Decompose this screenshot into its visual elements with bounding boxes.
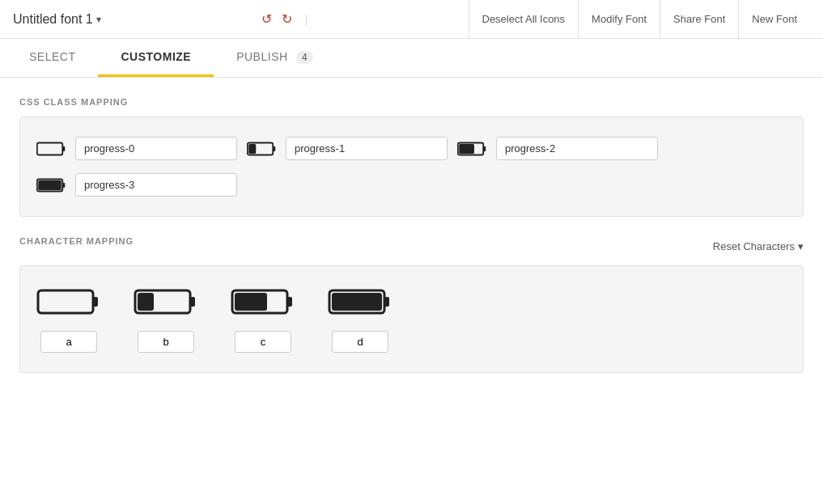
svg-rect-1 — [62, 146, 65, 151]
new-font-button[interactable]: New Font — [738, 0, 810, 39]
char-input-0[interactable] — [40, 331, 97, 353]
svg-rect-10 — [38, 180, 62, 190]
svg-rect-6 — [483, 146, 486, 151]
svg-rect-21 — [332, 293, 382, 311]
character-mapping-header: CHARACTER MAPPING Reset Characters ▾ — [19, 236, 804, 256]
char-input-3[interactable] — [332, 331, 388, 353]
char-input-1[interactable] — [138, 331, 194, 353]
font-dropdown-icon[interactable]: ▾ — [96, 14, 101, 25]
css-class-input-0[interactable] — [75, 137, 237, 160]
char-battery-0-icon — [36, 286, 101, 318]
char-item-3 — [328, 286, 392, 353]
char-item-2 — [231, 286, 295, 353]
tab-select[interactable]: SELECT — [6, 39, 98, 77]
char-battery-3-icon — [328, 286, 392, 318]
css-class-mapping-label: CSS CLASS MAPPING — [19, 97, 804, 107]
publish-badge: 4 — [296, 51, 313, 64]
undo-redo-group: ↺ ↻ | — [258, 10, 312, 28]
battery-1-icon — [247, 139, 276, 159]
svg-rect-14 — [190, 297, 195, 307]
css-class-input-3[interactable] — [75, 173, 237, 197]
tabs-container: SELECT CUSTOMIZE PUBLISH 4 — [0, 39, 823, 77]
char-item-0 — [36, 286, 101, 353]
css-class-input-2[interactable] — [496, 137, 658, 160]
battery-2-icon — [457, 139, 486, 159]
svg-rect-17 — [287, 297, 292, 307]
svg-rect-12 — [93, 297, 98, 307]
svg-rect-3 — [273, 146, 275, 151]
css-mapping-row-2 — [36, 173, 787, 197]
char-battery-1-icon — [134, 286, 198, 318]
css-class-input-1[interactable] — [286, 137, 448, 160]
header-left: Untitled font 1 ▾ — [13, 12, 101, 27]
svg-rect-9 — [62, 183, 65, 188]
character-grid — [36, 286, 787, 353]
svg-rect-15 — [138, 293, 154, 311]
char-item-1 — [134, 286, 198, 353]
svg-rect-18 — [235, 293, 267, 311]
svg-rect-11 — [38, 290, 93, 313]
font-title: Untitled font 1 — [13, 12, 93, 27]
css-class-mapping-box — [19, 116, 804, 217]
share-font-button[interactable]: Share Font — [660, 0, 738, 39]
tab-customize[interactable]: CUSTOMIZE — [98, 39, 214, 77]
modify-font-button[interactable]: Modify Font — [578, 0, 660, 39]
tab-publish[interactable]: PUBLISH 4 — [214, 39, 336, 77]
character-mapping-box — [19, 265, 804, 373]
battery-3-icon — [36, 176, 66, 195]
header-actions: Deselect All Icons Modify Font Share Fon… — [469, 0, 811, 39]
svg-rect-7 — [459, 144, 474, 154]
char-battery-2-icon — [231, 286, 295, 318]
main-content: CSS CLASS MAPPING — [0, 78, 823, 392]
svg-rect-4 — [248, 144, 256, 154]
redo-button[interactable]: ↻ — [278, 10, 295, 28]
deselect-all-icons-button[interactable]: Deselect All Icons — [469, 0, 579, 39]
tabs-bar: SELECT CUSTOMIZE PUBLISH 4 — [0, 39, 823, 78]
reset-characters-button[interactable]: Reset Characters ▾ — [713, 240, 804, 252]
battery-0-icon — [36, 139, 66, 159]
undo-button[interactable]: ↺ — [258, 10, 275, 28]
header: Untitled font 1 ▾ ↺ ↻ | Deselect All Ico… — [0, 0, 823, 39]
svg-rect-20 — [384, 297, 389, 307]
css-mapping-row-1 — [36, 137, 787, 160]
char-input-2[interactable] — [235, 331, 291, 353]
undo-redo-buttons: ↺ ↻ — [258, 10, 295, 28]
character-mapping-label: CHARACTER MAPPING — [19, 236, 134, 246]
svg-rect-0 — [37, 142, 63, 155]
